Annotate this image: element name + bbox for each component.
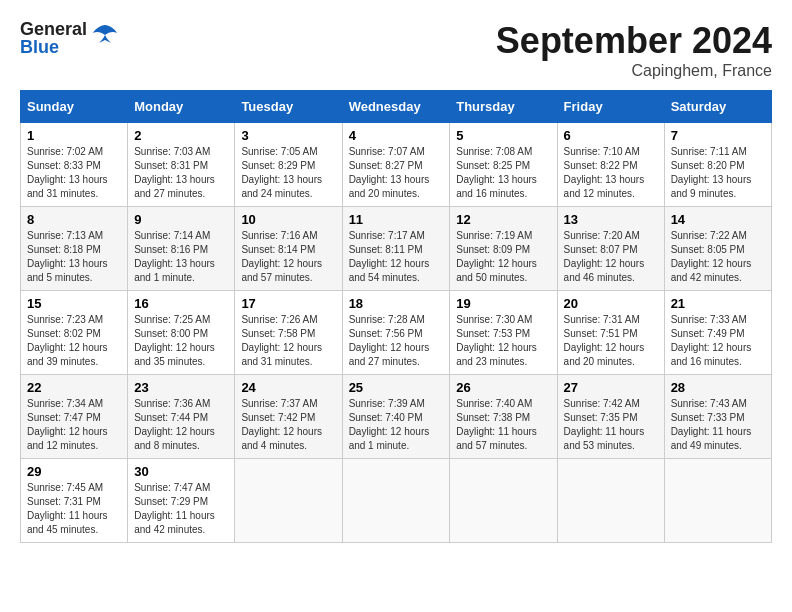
- header-thursday: Thursday: [450, 91, 557, 123]
- day-number-18: 18: [349, 296, 444, 311]
- day-cell-14: 14 Sunrise: 7:22 AMSunset: 8:05 PMDaylig…: [664, 207, 771, 291]
- day-cell-25: 25 Sunrise: 7:39 AMSunset: 7:40 PMDaylig…: [342, 375, 450, 459]
- day-cell-26: 26 Sunrise: 7:40 AMSunset: 7:38 PMDaylig…: [450, 375, 557, 459]
- day-cell-12: 12 Sunrise: 7:19 AMSunset: 8:09 PMDaylig…: [450, 207, 557, 291]
- logo-blue: Blue: [20, 38, 87, 56]
- header-sunday: Sunday: [21, 91, 128, 123]
- day-cell-19: 19 Sunrise: 7:30 AMSunset: 7:53 PMDaylig…: [450, 291, 557, 375]
- week-row-5: 29 Sunrise: 7:45 AMSunset: 7:31 PMDaylig…: [21, 459, 772, 543]
- day-number-1: 1: [27, 128, 121, 143]
- day-cell-17: 17 Sunrise: 7:26 AMSunset: 7:58 PMDaylig…: [235, 291, 342, 375]
- header-friday: Friday: [557, 91, 664, 123]
- empty-cell: [664, 459, 771, 543]
- day-number-29: 29: [27, 464, 121, 479]
- day-cell-9: 9 Sunrise: 7:14 AMSunset: 8:16 PMDayligh…: [128, 207, 235, 291]
- day-info-11: Sunrise: 7:17 AMSunset: 8:11 PMDaylight:…: [349, 230, 430, 283]
- day-info-19: Sunrise: 7:30 AMSunset: 7:53 PMDaylight:…: [456, 314, 537, 367]
- header-wednesday: Wednesday: [342, 91, 450, 123]
- day-number-16: 16: [134, 296, 228, 311]
- calendar-table: Sunday Monday Tuesday Wednesday Thursday…: [20, 90, 772, 543]
- day-cell-29: 29 Sunrise: 7:45 AMSunset: 7:31 PMDaylig…: [21, 459, 128, 543]
- week-row-2: 8 Sunrise: 7:13 AMSunset: 8:18 PMDayligh…: [21, 207, 772, 291]
- day-cell-11: 11 Sunrise: 7:17 AMSunset: 8:11 PMDaylig…: [342, 207, 450, 291]
- day-cell-10: 10 Sunrise: 7:16 AMSunset: 8:14 PMDaylig…: [235, 207, 342, 291]
- week-row-1: 1 Sunrise: 7:02 AMSunset: 8:33 PMDayligh…: [21, 123, 772, 207]
- day-info-16: Sunrise: 7:25 AMSunset: 8:00 PMDaylight:…: [134, 314, 215, 367]
- day-number-4: 4: [349, 128, 444, 143]
- day-cell-18: 18 Sunrise: 7:28 AMSunset: 7:56 PMDaylig…: [342, 291, 450, 375]
- logo: General Blue: [20, 20, 119, 56]
- day-cell-22: 22 Sunrise: 7:34 AMSunset: 7:47 PMDaylig…: [21, 375, 128, 459]
- empty-cell: [235, 459, 342, 543]
- day-cell-2: 2 Sunrise: 7:03 AMSunset: 8:31 PMDayligh…: [128, 123, 235, 207]
- day-cell-20: 20 Sunrise: 7:31 AMSunset: 7:51 PMDaylig…: [557, 291, 664, 375]
- day-number-24: 24: [241, 380, 335, 395]
- day-info-10: Sunrise: 7:16 AMSunset: 8:14 PMDaylight:…: [241, 230, 322, 283]
- day-cell-28: 28 Sunrise: 7:43 AMSunset: 7:33 PMDaylig…: [664, 375, 771, 459]
- location-title: Capinghem, France: [496, 62, 772, 80]
- day-number-14: 14: [671, 212, 765, 227]
- header-tuesday: Tuesday: [235, 91, 342, 123]
- day-number-8: 8: [27, 212, 121, 227]
- day-cell-24: 24 Sunrise: 7:37 AMSunset: 7:42 PMDaylig…: [235, 375, 342, 459]
- empty-cell: [557, 459, 664, 543]
- logo-general: General: [20, 20, 87, 38]
- day-number-27: 27: [564, 380, 658, 395]
- day-number-15: 15: [27, 296, 121, 311]
- day-info-12: Sunrise: 7:19 AMSunset: 8:09 PMDaylight:…: [456, 230, 537, 283]
- day-cell-5: 5 Sunrise: 7:08 AMSunset: 8:25 PMDayligh…: [450, 123, 557, 207]
- day-number-7: 7: [671, 128, 765, 143]
- day-info-22: Sunrise: 7:34 AMSunset: 7:47 PMDaylight:…: [27, 398, 108, 451]
- day-number-22: 22: [27, 380, 121, 395]
- day-cell-4: 4 Sunrise: 7:07 AMSunset: 8:27 PMDayligh…: [342, 123, 450, 207]
- empty-cell: [450, 459, 557, 543]
- day-number-17: 17: [241, 296, 335, 311]
- day-cell-15: 15 Sunrise: 7:23 AMSunset: 8:02 PMDaylig…: [21, 291, 128, 375]
- header-saturday: Saturday: [664, 91, 771, 123]
- bird-icon: [91, 23, 119, 49]
- day-info-8: Sunrise: 7:13 AMSunset: 8:18 PMDaylight:…: [27, 230, 108, 283]
- day-number-10: 10: [241, 212, 335, 227]
- day-info-27: Sunrise: 7:42 AMSunset: 7:35 PMDaylight:…: [564, 398, 645, 451]
- day-cell-21: 21 Sunrise: 7:33 AMSunset: 7:49 PMDaylig…: [664, 291, 771, 375]
- day-info-28: Sunrise: 7:43 AMSunset: 7:33 PMDaylight:…: [671, 398, 752, 451]
- day-info-4: Sunrise: 7:07 AMSunset: 8:27 PMDaylight:…: [349, 146, 430, 199]
- day-info-13: Sunrise: 7:20 AMSunset: 8:07 PMDaylight:…: [564, 230, 645, 283]
- day-number-25: 25: [349, 380, 444, 395]
- weekday-header-row: Sunday Monday Tuesday Wednesday Thursday…: [21, 91, 772, 123]
- day-info-26: Sunrise: 7:40 AMSunset: 7:38 PMDaylight:…: [456, 398, 537, 451]
- day-cell-7: 7 Sunrise: 7:11 AMSunset: 8:20 PMDayligh…: [664, 123, 771, 207]
- day-number-9: 9: [134, 212, 228, 227]
- day-info-20: Sunrise: 7:31 AMSunset: 7:51 PMDaylight:…: [564, 314, 645, 367]
- day-info-25: Sunrise: 7:39 AMSunset: 7:40 PMDaylight:…: [349, 398, 430, 451]
- day-number-11: 11: [349, 212, 444, 227]
- day-number-26: 26: [456, 380, 550, 395]
- title-area: September 2024 Capinghem, France: [496, 20, 772, 80]
- day-cell-27: 27 Sunrise: 7:42 AMSunset: 7:35 PMDaylig…: [557, 375, 664, 459]
- day-info-14: Sunrise: 7:22 AMSunset: 8:05 PMDaylight:…: [671, 230, 752, 283]
- day-info-24: Sunrise: 7:37 AMSunset: 7:42 PMDaylight:…: [241, 398, 322, 451]
- day-number-28: 28: [671, 380, 765, 395]
- day-info-15: Sunrise: 7:23 AMSunset: 8:02 PMDaylight:…: [27, 314, 108, 367]
- month-title: September 2024: [496, 20, 772, 62]
- day-info-21: Sunrise: 7:33 AMSunset: 7:49 PMDaylight:…: [671, 314, 752, 367]
- day-cell-16: 16 Sunrise: 7:25 AMSunset: 8:00 PMDaylig…: [128, 291, 235, 375]
- day-cell-30: 30 Sunrise: 7:47 AMSunset: 7:29 PMDaylig…: [128, 459, 235, 543]
- day-number-30: 30: [134, 464, 228, 479]
- header: General Blue September 2024 Capinghem, F…: [20, 20, 772, 80]
- day-info-23: Sunrise: 7:36 AMSunset: 7:44 PMDaylight:…: [134, 398, 215, 451]
- empty-cell: [342, 459, 450, 543]
- day-cell-6: 6 Sunrise: 7:10 AMSunset: 8:22 PMDayligh…: [557, 123, 664, 207]
- day-number-21: 21: [671, 296, 765, 311]
- day-number-12: 12: [456, 212, 550, 227]
- day-cell-1: 1 Sunrise: 7:02 AMSunset: 8:33 PMDayligh…: [21, 123, 128, 207]
- day-info-9: Sunrise: 7:14 AMSunset: 8:16 PMDaylight:…: [134, 230, 215, 283]
- day-info-3: Sunrise: 7:05 AMSunset: 8:29 PMDaylight:…: [241, 146, 322, 199]
- day-cell-3: 3 Sunrise: 7:05 AMSunset: 8:29 PMDayligh…: [235, 123, 342, 207]
- week-row-3: 15 Sunrise: 7:23 AMSunset: 8:02 PMDaylig…: [21, 291, 772, 375]
- day-number-3: 3: [241, 128, 335, 143]
- day-info-5: Sunrise: 7:08 AMSunset: 8:25 PMDaylight:…: [456, 146, 537, 199]
- day-info-30: Sunrise: 7:47 AMSunset: 7:29 PMDaylight:…: [134, 482, 215, 535]
- day-number-2: 2: [134, 128, 228, 143]
- day-cell-8: 8 Sunrise: 7:13 AMSunset: 8:18 PMDayligh…: [21, 207, 128, 291]
